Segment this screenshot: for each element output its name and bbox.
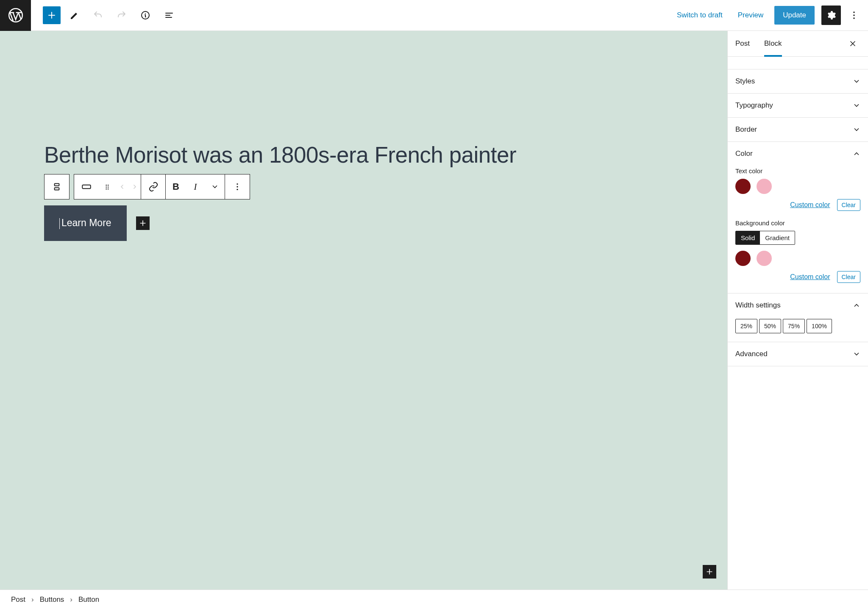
preview-button[interactable]: Preview [734,8,768,23]
chevron-right-icon: › [31,595,34,604]
svg-point-12 [106,188,107,190]
bg-toggle-solid[interactable]: Solid [736,231,760,244]
bg-color-swatch-light[interactable] [757,251,772,266]
link-button[interactable] [141,174,166,199]
chevron-up-icon [853,302,860,309]
svg-point-3 [853,14,855,16]
button-block[interactable]: Learn More [44,205,127,241]
sidebar-tab-post[interactable]: Post [735,31,756,56]
button-block-label: Learn More [61,217,111,228]
switch-to-draft-button[interactable]: Switch to draft [673,8,727,23]
bg-color-clear-button[interactable]: Clear [837,271,860,283]
chevron-down-icon [853,350,860,358]
svg-point-16 [236,189,238,190]
block-options-button[interactable] [225,174,250,199]
svg-rect-6 [55,188,59,190]
panel-border[interactable]: Border [728,118,868,141]
chevron-down-icon [853,102,860,109]
undo-button[interactable] [88,5,108,25]
svg-point-11 [108,187,109,188]
svg-point-14 [236,183,238,185]
bold-button[interactable]: B [166,174,186,199]
text-color-label: Text color [735,167,860,174]
close-sidebar-button[interactable] [845,36,860,51]
width-option-75[interactable]: 75% [783,319,805,333]
svg-rect-5 [55,184,59,186]
text-custom-color-link[interactable]: Custom color [790,201,830,209]
toggle-block-inserter[interactable] [43,6,61,24]
svg-point-8 [106,185,107,186]
panel-color[interactable]: Color [728,142,868,166]
post-title[interactable]: Berthe Morisot was an 1800s-era French p… [44,141,683,169]
outline-button[interactable] [159,5,179,25]
svg-point-9 [108,185,109,186]
details-button[interactable] [135,5,156,25]
block-toolbar: B I [44,174,683,199]
settings-button[interactable] [821,6,841,25]
editor-canvas[interactable]: Berthe Morisot was an 1800s-era French p… [0,31,727,590]
breadcrumb-item[interactable]: Button [78,595,99,604]
svg-point-4 [853,17,855,19]
panel-typography[interactable]: Typography [728,94,868,117]
bg-toggle-gradient[interactable]: Gradient [760,231,795,244]
workspace: Berthe Morisot was an 1800s-era French p… [0,31,868,590]
redo-button[interactable] [111,5,132,25]
change-block-type-button[interactable] [74,174,99,199]
italic-button[interactable]: I [186,174,205,199]
breadcrumb-item[interactable]: Buttons [40,595,64,604]
wordpress-logo[interactable] [0,0,31,31]
width-option-100[interactable]: 100% [807,319,832,333]
add-button-block[interactable] [136,216,150,230]
parent-block-button[interactable] [45,174,69,199]
svg-point-13 [108,188,109,190]
topbar-left [31,5,179,25]
move-right-button[interactable] [128,174,141,199]
breadcrumb-item[interactable]: Post [11,595,25,604]
bg-custom-color-link[interactable]: Custom color [790,273,830,281]
chevron-right-icon: › [70,595,72,604]
move-left-button[interactable] [116,174,128,199]
svg-point-10 [106,187,107,188]
text-color-swatch-dark[interactable] [735,179,751,194]
bg-color-swatch-dark[interactable] [735,251,751,266]
block-appender[interactable] [703,565,716,579]
svg-point-15 [236,186,238,188]
bg-type-toggle: Solid Gradient [735,231,795,245]
update-button[interactable]: Update [774,6,815,25]
sidebar-tab-block[interactable]: Block [764,31,788,56]
tools-button[interactable] [64,5,84,25]
text-color-swatch-light[interactable] [757,179,772,194]
topbar-right: Switch to draft Preview Update [673,6,868,25]
more-text-controls[interactable] [205,174,225,199]
editor-topbar: Switch to draft Preview Update [0,0,868,31]
width-option-25[interactable]: 25% [735,319,757,333]
chevron-down-icon [853,78,860,85]
options-button[interactable] [848,6,860,25]
settings-sidebar: Post Block Styles Typography Border [727,31,868,590]
width-option-50[interactable]: 50% [759,319,781,333]
text-color-clear-button[interactable]: Clear [837,199,860,211]
chevron-up-icon [853,150,860,158]
svg-point-2 [853,11,855,13]
breadcrumb: Post › Buttons › Button [0,590,868,609]
svg-rect-7 [82,185,91,189]
drag-handle[interactable] [99,174,116,199]
panel-styles[interactable]: Styles [728,69,868,93]
panel-width[interactable]: Width settings [728,293,868,317]
chevron-down-icon [853,126,860,133]
bg-color-label: Background color [735,219,860,227]
panel-advanced[interactable]: Advanced [728,342,868,366]
